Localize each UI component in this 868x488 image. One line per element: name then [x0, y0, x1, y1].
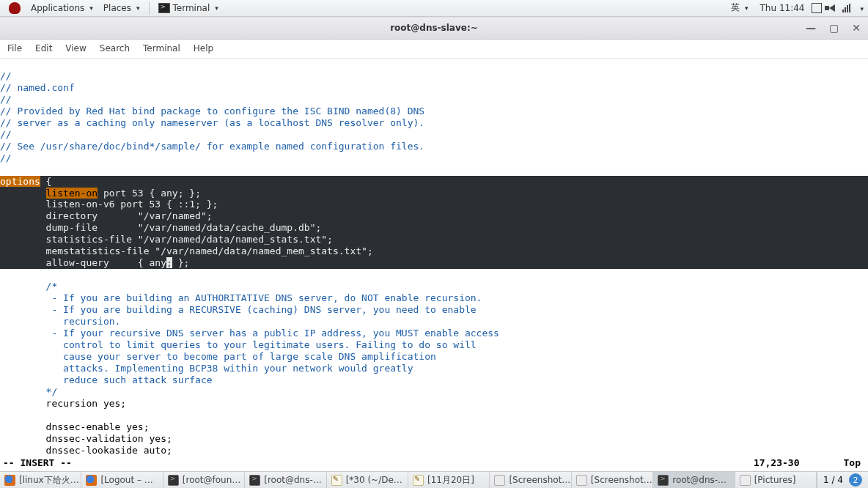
maximize-button[interactable]: ▢	[829, 22, 839, 34]
keyword-listen-on: listen-on	[46, 188, 98, 199]
window-title: root@dns-slave:~	[390, 23, 478, 33]
vim-scroll-pos: Top	[844, 456, 861, 470]
menu-edit[interactable]: Edit	[35, 43, 52, 53]
code-line: // named.conf	[0, 82, 75, 93]
code-line: //	[0, 152, 12, 163]
workspace-badge[interactable]: 2	[849, 473, 862, 487]
taskbar-item-label: [Logout – …	[100, 475, 152, 485]
taskbar-item-label: [Pictures]	[754, 475, 796, 485]
file-manager-icon	[494, 475, 505, 486]
taskbar-item[interactable]: [Screenshot…	[490, 472, 571, 488]
editor-area[interactable]: // // named.conf // // Provided by Red H…	[0, 59, 868, 456]
terminal-window: root@dns-slave:~ — ▢ ✕ File Edit View Se…	[0, 17, 868, 472]
code-line: statistics-file "/var/named/data/named_s…	[0, 234, 333, 245]
applications-menu[interactable]: Applications	[26, 1, 98, 15]
workspace-label: 1 / 4	[823, 475, 843, 485]
vim-mode: -- INSERT --	[3, 456, 72, 470]
menubar: File Edit View Search Terminal Help	[0, 40, 868, 59]
code-line: recursion yes;	[0, 398, 126, 409]
terminal-app-menu[interactable]: Terminal	[154, 1, 223, 15]
code-text: port 53 { any; };	[98, 188, 201, 199]
taskbar-item[interactable]: [linux下给火…	[0, 472, 81, 488]
taskbar-item-label: [root@dns-…	[264, 475, 322, 485]
taskbar-item-label: [11月20日]	[427, 474, 474, 487]
code-line: control to limit queries to your legitim…	[0, 339, 477, 350]
terminal-icon	[658, 475, 669, 486]
code-line: directory "/var/named";	[0, 210, 213, 221]
gedit-icon	[413, 475, 424, 486]
volume-icon[interactable]	[829, 4, 835, 12]
menu-view[interactable]: View	[65, 43, 86, 53]
titlebar[interactable]: root@dns-slave:~ — ▢ ✕	[0, 18, 868, 40]
code-line: dump-file "/var/named/data/cache_dump.db…	[0, 222, 321, 233]
terminal-icon	[168, 475, 179, 486]
code-text: {	[40, 176, 52, 187]
taskbar-item[interactable]: root@dns-…	[653, 472, 735, 488]
keyword-options: options	[0, 176, 40, 187]
code-line: listen-on-v6 port 53 { ::1; };	[0, 199, 218, 210]
code-line: */	[0, 386, 57, 397]
code-text	[0, 188, 46, 199]
file-manager-icon	[740, 475, 751, 486]
code-line: - If you are building a RECURSIVE (cachi…	[0, 304, 482, 315]
taskbar-item-label: [Screenshot…	[591, 475, 652, 485]
taskbar-item[interactable]: [Pictures]	[735, 472, 817, 488]
input-method-indicator[interactable]: 英	[727, 0, 753, 15]
separator	[149, 1, 150, 15]
code-line: reduce such attack surface	[0, 374, 218, 385]
terminal-app-label: Terminal	[173, 3, 210, 13]
gedit-icon	[331, 475, 342, 486]
tray-rect-icon[interactable]	[812, 3, 822, 13]
file-manager-icon	[576, 475, 587, 486]
taskbar-item-label: [Screenshot…	[509, 475, 570, 485]
code-text: };	[172, 257, 189, 268]
code-line: dnssec-lookaside auto;	[0, 445, 172, 456]
workspace-indicator[interactable]: 1 / 4 2	[817, 472, 868, 488]
taskbar-item[interactable]: [root@foun…	[163, 472, 245, 488]
activities-icon[interactable]	[4, 1, 25, 15]
firefox-icon	[4, 475, 15, 486]
code-line: //	[0, 70, 12, 81]
code-line: dnssec-validation yes;	[0, 433, 172, 444]
close-button[interactable]: ✕	[852, 22, 861, 34]
vim-statusbar: -- INSERT -- 17,23-30 Top	[0, 456, 868, 471]
vim-cursor-pos: 17,23-30	[754, 456, 800, 470]
places-menu[interactable]: Places	[99, 1, 144, 15]
menu-search[interactable]: Search	[100, 43, 130, 53]
code-text: allow-query { any	[0, 257, 166, 268]
code-line: // See /usr/share/doc/bind*/sample/ for …	[0, 141, 424, 152]
code-line: // Provided by Red Hat bind package to c…	[0, 106, 424, 117]
user-menu-caret[interactable]	[858, 3, 864, 13]
menu-help[interactable]: Help	[194, 43, 213, 53]
code-line: recursion.	[0, 316, 126, 327]
minimize-button[interactable]: —	[806, 22, 816, 34]
network-icon[interactable]	[842, 4, 850, 12]
clock[interactable]: Thu 11:44	[760, 3, 805, 13]
code-line: //	[0, 94, 12, 105]
taskbar-item-label: [*30 (~/De…	[346, 475, 402, 485]
code-line: - If your recursive DNS server has a pub…	[0, 328, 505, 339]
menu-terminal[interactable]: Terminal	[143, 43, 180, 53]
taskbar-item-label: [linux下给火…	[19, 474, 79, 487]
taskbar-item[interactable]: [Logout – …	[81, 472, 163, 488]
taskbar-item[interactable]: [Screenshot…	[572, 472, 653, 488]
code-line: dnssec-enable yes;	[0, 421, 150, 432]
taskbar: [linux下给火…[Logout – …[root@foun…[root@dn…	[0, 471, 868, 488]
cursor: ;	[166, 257, 172, 268]
terminal-icon	[249, 475, 260, 486]
code-line: memstatistics-file "/var/named/data/name…	[0, 245, 373, 256]
taskbar-item-label: root@dns-…	[672, 475, 727, 485]
code-line: - If you are building an AUTHORITATIVE D…	[0, 292, 482, 303]
code-line: /*	[0, 281, 63, 292]
menu-file[interactable]: File	[7, 43, 22, 53]
taskbar-item[interactable]: [*30 (~/De…	[327, 472, 408, 488]
code-line: //	[0, 129, 12, 140]
code-line: cause your server to become part of larg…	[0, 351, 442, 362]
taskbar-item-label: [root@foun…	[183, 475, 241, 485]
terminal-icon	[158, 3, 170, 13]
code-line: // server as a caching only nameserver (…	[0, 117, 424, 128]
taskbar-item[interactable]: [root@dns-…	[245, 472, 326, 488]
top-panel: Applications Places Terminal 英 Thu 11:44	[0, 0, 868, 17]
taskbar-item[interactable]: [11月20日]	[408, 472, 490, 488]
code-line: attacks. Implementing BCP38 within your …	[0, 363, 413, 374]
